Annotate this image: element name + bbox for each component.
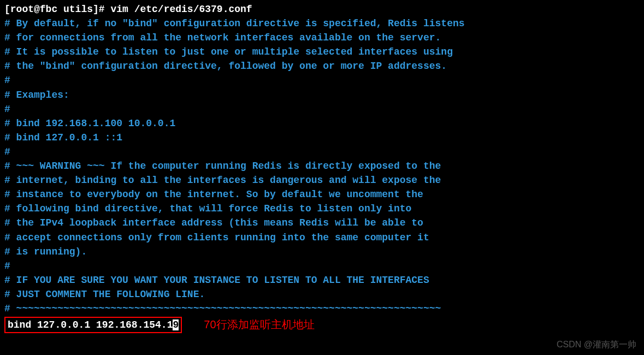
- file-line: # It is possible to listen to just one o…: [4, 45, 640, 59]
- file-line: #: [4, 102, 640, 116]
- file-line: # the IPv4 loopback interface address (t…: [4, 216, 640, 230]
- file-line: #: [4, 145, 640, 159]
- terminal-prompt: [root@fbc utils]# vim /etc/redis/6379.co…: [4, 2, 640, 16]
- file-line: # instance to everybody on the internet.…: [4, 187, 640, 202]
- file-line: # ~~~~~~~~~~~~~~~~~~~~~~~~~~~~~~~~~~~~~~…: [4, 301, 640, 316]
- file-line: # JUST COMMENT THE FOLLOWING LINE.: [4, 287, 640, 301]
- file-line: # By default, if no "bind" configuration…: [4, 16, 640, 31]
- file-line: # ~~~ WARNING ~~~ If the computer runnin…: [4, 159, 640, 173]
- bind-line-highlight-box: bind 127.0.0.1 192.168.154.19: [4, 317, 182, 333]
- file-line: # bind 127.0.0.1 ::1: [4, 131, 640, 145]
- bind-line-text: bind 127.0.0.1 192.168.154.1: [8, 319, 173, 330]
- file-line: # following bind directive, that will fo…: [4, 202, 640, 216]
- file-line: #: [4, 73, 640, 87]
- file-line: # for connections from all the network i…: [4, 31, 640, 45]
- file-line: # is running).: [4, 245, 640, 259]
- editor-cursor: 9: [173, 319, 179, 330]
- csdn-watermark: CSDN @灌南第一帅: [557, 338, 636, 351]
- file-line: # the "bind" configuration directive, fo…: [4, 59, 640, 73]
- bind-config-line[interactable]: bind 127.0.0.1 192.168.154.19: [8, 318, 179, 332]
- file-line: # IF YOU ARE SURE YOU WANT YOUR INSTANCE…: [4, 273, 640, 287]
- file-line: #: [4, 259, 640, 273]
- file-line: # accept connections only from clients r…: [4, 230, 640, 245]
- annotation-text: 70行添加监听主机地址: [204, 317, 314, 333]
- file-line: # internet, binding to all the interface…: [4, 173, 640, 187]
- file-line: # Examples:: [4, 88, 640, 102]
- file-line: # bind 192.168.1.100 10.0.0.1: [4, 116, 640, 131]
